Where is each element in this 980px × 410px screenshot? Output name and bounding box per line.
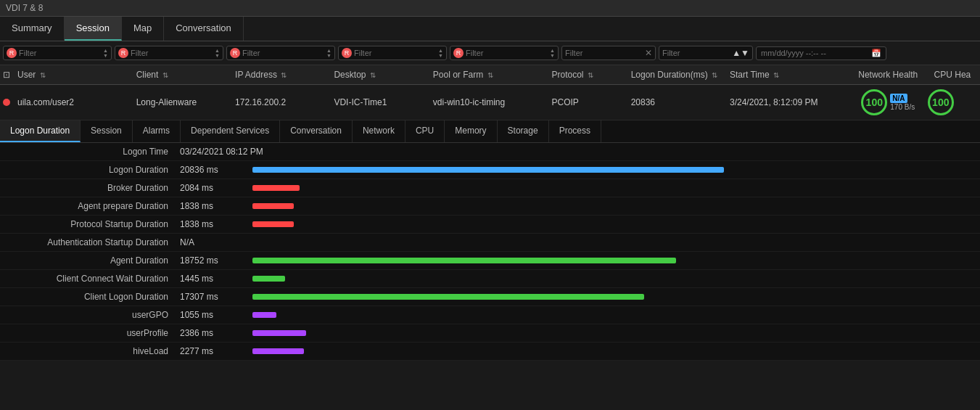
logon-row: Broker Duration 2084 ms xyxy=(0,179,980,197)
logon-value: 1838 ms xyxy=(180,219,252,229)
filter-arrows-2: ▲▼ xyxy=(215,48,220,58)
logon-row: Agent Duration 18752 ms xyxy=(0,252,980,270)
date-filter[interactable]: mm/dd/yyyy --:-- -- 📅 xyxy=(756,46,886,60)
filter-input-4[interactable] xyxy=(354,49,437,57)
logon-row: Client Connect Wait Duration 1445 ms xyxy=(0,270,980,288)
cell-start-time: 3/24/2021, 8:12:09 PM xyxy=(730,97,849,107)
col-user-header[interactable]: User ⇅ xyxy=(17,70,136,80)
logon-row: Protocol Startup Duration 1838 ms xyxy=(0,216,980,234)
logon-value: 2277 ms xyxy=(180,346,252,356)
logon-bar-container xyxy=(252,311,974,319)
sort-protocol-icon: ⇅ xyxy=(588,71,593,79)
tab-summary[interactable]: Summary xyxy=(0,17,65,41)
calendar-icon: 📅 xyxy=(871,49,881,58)
logon-value: 2386 ms xyxy=(180,328,252,338)
logon-label: Broker Duration xyxy=(6,183,180,193)
logon-label: userGPO xyxy=(6,310,180,320)
logon-bar-container xyxy=(252,165,974,174)
cell-desktop: VDI-IC-Time1 xyxy=(334,97,432,107)
logon-value: 1055 ms xyxy=(180,310,252,320)
logon-value: 17307 ms xyxy=(180,292,252,302)
filter-2[interactable]: R ▲▼ xyxy=(115,46,223,60)
sort-client-icon: ⇅ xyxy=(162,71,168,79)
filter-7[interactable]: ▲▼ xyxy=(659,46,753,60)
sub-tab-cpu[interactable]: CPU xyxy=(405,120,445,142)
filter-input-5[interactable] xyxy=(466,49,548,57)
filter-input-3[interactable] xyxy=(242,49,325,57)
filter-input-6[interactable] xyxy=(565,49,645,57)
col-logon-dur-header[interactable]: Logon Duration(ms) ⇅ xyxy=(631,70,730,80)
logon-bar-container xyxy=(263,147,974,156)
filter-4[interactable]: R ▲▼ xyxy=(338,46,447,60)
logon-value: 2084 ms xyxy=(180,183,252,193)
table-row[interactable]: uila.com/user2 Long-Alienware 172.16.200… xyxy=(0,85,980,120)
sub-tab-dependent-services[interactable]: Dependent Services xyxy=(181,120,280,142)
na-badge: N/A xyxy=(890,94,907,103)
table-header: ⊡ User ⇅ Client ⇅ IP Address ⇅ Desktop ⇅… xyxy=(0,65,980,85)
sub-tab-memory[interactable]: Memory xyxy=(445,120,497,142)
col-start-header[interactable]: Start Time ⇅ xyxy=(730,70,849,80)
sub-tab-conversation[interactable]: Conversation xyxy=(280,120,353,142)
sort-ip-icon: ⇅ xyxy=(281,71,287,79)
top-nav: Summary Session Map Conversation xyxy=(0,17,980,41)
col-desktop-header[interactable]: Desktop ⇅ xyxy=(334,70,432,80)
col-pool-header[interactable]: Pool or Farm ⇅ xyxy=(433,70,552,80)
filter-3[interactable]: R ▲▼ xyxy=(226,46,335,60)
logon-bar-container xyxy=(252,292,974,301)
sub-tab-logon-duration[interactable]: Logon Duration xyxy=(0,120,81,142)
logon-label: Agent prepare Duration xyxy=(6,201,180,211)
logon-bar-container xyxy=(252,220,974,229)
logon-bar xyxy=(252,203,294,209)
logon-row: userGPO 1055 ms xyxy=(0,306,980,324)
sub-tab-storage[interactable]: Storage xyxy=(498,120,549,142)
date-placeholder: mm/dd/yyyy --:-- -- xyxy=(761,49,826,57)
window-title: VDI 7 & 8 xyxy=(6,3,43,13)
logon-label: Client Connect Wait Duration xyxy=(6,274,180,284)
logon-label: userProfile xyxy=(6,328,180,338)
logon-bar-container xyxy=(252,274,974,283)
sub-tab-network[interactable]: Network xyxy=(353,120,405,142)
tab-map[interactable]: Map xyxy=(122,17,164,41)
logon-row: Logon Time 03/24/2021 08:12 PM xyxy=(0,143,980,161)
filter-5[interactable]: R ▲▼ xyxy=(450,46,559,60)
tab-session[interactable]: Session xyxy=(65,17,122,41)
logon-bar xyxy=(252,276,285,282)
logon-bar xyxy=(252,221,294,227)
sort-user-icon: ⇅ xyxy=(40,71,46,79)
logon-value: N/A xyxy=(180,237,252,247)
filter-6[interactable]: ✕ xyxy=(561,46,656,60)
sort-pool-icon: ⇅ xyxy=(487,71,493,79)
logon-bar-container xyxy=(252,347,974,356)
row-expand[interactable] xyxy=(3,99,17,106)
filter-input-7[interactable] xyxy=(662,49,732,57)
col-protocol-header[interactable]: Protocol ⇅ xyxy=(552,70,631,80)
logon-bar xyxy=(252,185,300,191)
sub-tab-process[interactable]: Process xyxy=(549,120,601,142)
network-speed: 170 B/s xyxy=(890,103,915,111)
filter-input-1[interactable] xyxy=(19,49,102,57)
net-health-display: 100 N/A 170 B/s xyxy=(849,89,928,115)
sub-tab-session[interactable]: Session xyxy=(81,120,133,142)
sub-tab-alarms[interactable]: Alarms xyxy=(133,120,181,142)
logon-label: Protocol Startup Duration xyxy=(6,219,180,229)
col-expand-header: ⊡ xyxy=(3,70,17,80)
logon-row: Authentication Startup Duration N/A xyxy=(0,234,980,252)
logon-row: Client Logon Duration 17307 ms xyxy=(0,288,980,306)
filter-1[interactable]: R ▲▼ xyxy=(3,46,112,60)
logon-bar xyxy=(252,330,306,336)
logon-value: 1838 ms xyxy=(180,201,252,211)
logon-label: Authentication Startup Duration xyxy=(6,237,180,247)
logon-bar xyxy=(252,294,644,300)
expand-icon: ⊡ xyxy=(3,70,10,80)
col-client-header[interactable]: Client ⇅ xyxy=(136,70,235,80)
r-badge-3: R xyxy=(230,48,240,58)
logon-bar xyxy=(252,167,724,173)
col-ip-header[interactable]: IP Address ⇅ xyxy=(235,70,334,80)
status-dot xyxy=(3,99,10,106)
cell-ip: 172.16.200.2 xyxy=(235,97,334,107)
filter-input-2[interactable] xyxy=(131,49,213,57)
filter-arrows-1: ▲▼ xyxy=(103,48,108,58)
tab-conversation[interactable]: Conversation xyxy=(164,17,244,41)
logon-value: 18752 ms xyxy=(180,255,252,266)
cell-net-health: 100 N/A 170 B/s xyxy=(849,89,928,115)
